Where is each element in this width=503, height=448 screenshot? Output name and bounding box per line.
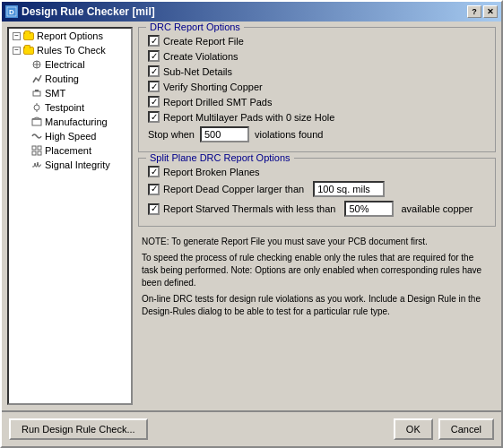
option-row-report-drilled: Report Drilled SMT Pads: [148, 96, 486, 108]
option-label-verify-shorting: Verify Shorting Copper: [163, 82, 263, 92]
split-plane-options-group: Split Plane DRC Report Options Report Br…: [138, 158, 496, 227]
dead-copper-value-input[interactable]: [313, 181, 385, 197]
bottom-right-buttons: OK Cancel: [394, 418, 494, 440]
notes-area: NOTE: To generate Report File you must s…: [138, 232, 496, 322]
leaf-icon: [30, 144, 43, 157]
expand-icon[interactable]: −: [13, 32, 21, 40]
option-label-dead-copper: Report Dead Copper larger than: [163, 184, 304, 194]
leaf-icon: [30, 101, 43, 114]
ok-button[interactable]: OK: [394, 418, 433, 440]
sidebar-item-smt[interactable]: SMT: [9, 86, 131, 100]
tree-label: Placement: [45, 145, 91, 156]
right-panel: DRC Report Options Create Report File Cr…: [138, 27, 496, 405]
window-title: Design Rule Checker [mil]: [22, 5, 155, 18]
tree-label: Signal Integrity: [45, 159, 110, 170]
folder-icon: [22, 44, 35, 56]
sidebar-item-signal-integrity[interactable]: Signal Integrity: [9, 158, 131, 172]
checkbox-dead-copper[interactable]: [148, 184, 160, 195]
option-row-report-multilayer: Report Multilayer Pads with 0 size Hole: [148, 111, 486, 123]
sidebar-item-placement[interactable]: Placement: [9, 143, 131, 158]
starved-thermals-value-input[interactable]: [344, 201, 394, 217]
leaf-icon: [30, 130, 43, 142]
svg-rect-14: [32, 151, 36, 155]
sidebar-item-manufacturing[interactable]: Manufacturing: [9, 115, 131, 129]
sidebar-item-rules-to-check[interactable]: − Rules To Check: [9, 43, 131, 57]
option-row-starved-thermals: Report Starved Thermals with less than a…: [148, 201, 486, 217]
option-label-report-drilled: Report Drilled SMT Pads: [163, 97, 272, 108]
main-window: D Design Rule Checker [mil] ? ✕ − Report…: [0, 0, 503, 448]
option-label-create-report: Create Report File: [163, 36, 244, 47]
checkbox-report-drilled[interactable]: [148, 96, 160, 108]
title-bar-controls: ? ✕: [467, 5, 498, 18]
option-label-subnet-details: Sub-Net Details: [163, 66, 232, 77]
svg-rect-5: [33, 91, 40, 96]
run-design-rule-check-button[interactable]: Run Design Rule Check...: [9, 418, 148, 440]
stop-when-row: Stop when violations found: [148, 126, 486, 142]
svg-marker-11: [32, 117, 41, 119]
svg-rect-15: [38, 151, 41, 155]
split-plane-title: Split Plane DRC Report Options: [146, 152, 294, 163]
tree-label: High Speed: [45, 131, 97, 142]
option-label-starved-thermals: Report Starved Thermals with less than: [163, 203, 335, 214]
option-label-create-violations: Create Violations: [163, 51, 238, 62]
sidebar-item-report-options[interactable]: − Report Options: [9, 29, 131, 43]
svg-rect-12: [32, 146, 36, 150]
checkbox-verify-shorting[interactable]: [148, 81, 160, 92]
svg-text:D: D: [9, 8, 14, 16]
option-label-broken-planes: Report Broken Planes: [163, 167, 260, 177]
app-icon: D: [5, 5, 18, 18]
leaf-icon: [30, 87, 43, 99]
checkbox-subnet-details[interactable]: [148, 65, 160, 77]
option-row-dead-copper: Report Dead Copper larger than: [148, 181, 486, 197]
sidebar-item-routing[interactable]: Routing: [9, 72, 131, 86]
folder-icon: [22, 30, 35, 42]
title-bar: D Design Rule Checker [mil] ? ✕: [2, 2, 501, 22]
svg-rect-6: [35, 90, 39, 91]
checkbox-create-report[interactable]: [148, 35, 160, 47]
checkbox-starved-thermals[interactable]: [148, 203, 160, 215]
svg-rect-10: [32, 119, 41, 125]
note-3: On-line DRC tests for design rule violat…: [142, 293, 492, 318]
sidebar-item-testpoint[interactable]: Testpoint: [9, 100, 131, 115]
option-label-report-multilayer: Report Multilayer Pads with 0 size Hole: [163, 112, 334, 123]
stop-when-label: Stop when: [148, 129, 195, 140]
option-row-verify-shorting: Verify Shorting Copper: [148, 81, 486, 92]
available-copper-label: available copper: [401, 203, 473, 214]
tree-label: Routing: [45, 73, 79, 84]
bottom-bar: Run Design Rule Check... OK Cancel: [2, 410, 501, 446]
sidebar-item-high-speed[interactable]: High Speed: [9, 129, 131, 143]
svg-rect-13: [38, 146, 41, 150]
title-bar-left: D Design Rule Checker [mil]: [5, 5, 155, 18]
tree-label: Electrical: [45, 59, 85, 70]
leaf-icon: [30, 159, 43, 171]
svg-point-7: [34, 105, 39, 110]
content-area: − Report Options − Rules To Check Elect: [2, 22, 501, 410]
note-2: To speed the process of rule checking en…: [142, 252, 492, 289]
checkbox-report-multilayer[interactable]: [148, 111, 160, 123]
expand-icon[interactable]: −: [13, 47, 21, 55]
tree-label: Rules To Check: [37, 45, 106, 56]
help-button[interactable]: ?: [467, 5, 481, 18]
note-1: NOTE: To generate Report File you must s…: [142, 236, 492, 248]
option-row-subnet-details: Sub-Net Details: [148, 65, 486, 77]
stop-value-input[interactable]: [200, 126, 249, 142]
tree-label: Testpoint: [45, 102, 84, 113]
leaf-icon: [30, 58, 43, 71]
drc-options-title: DRC Report Options: [146, 22, 244, 32]
tree-panel: − Report Options − Rules To Check Elect: [7, 27, 133, 405]
cancel-button[interactable]: Cancel: [438, 418, 494, 440]
option-row-broken-planes: Report Broken Planes: [148, 166, 486, 177]
tree-label: SMT: [45, 88, 65, 99]
tree-label: Manufacturing: [45, 116, 108, 127]
sidebar-item-electrical[interactable]: Electrical: [9, 57, 131, 72]
leaf-icon: [30, 116, 43, 128]
tree-label: Report Options: [37, 30, 103, 41]
checkbox-broken-planes[interactable]: [148, 166, 160, 177]
violations-found-label: violations found: [255, 129, 323, 140]
option-row-create-violations: Create Violations: [148, 50, 486, 62]
drc-options-group: DRC Report Options Create Report File Cr…: [138, 27, 496, 152]
option-row-create-report: Create Report File: [148, 35, 486, 47]
leaf-icon: [30, 73, 43, 85]
close-button[interactable]: ✕: [483, 5, 498, 18]
checkbox-create-violations[interactable]: [148, 50, 160, 62]
